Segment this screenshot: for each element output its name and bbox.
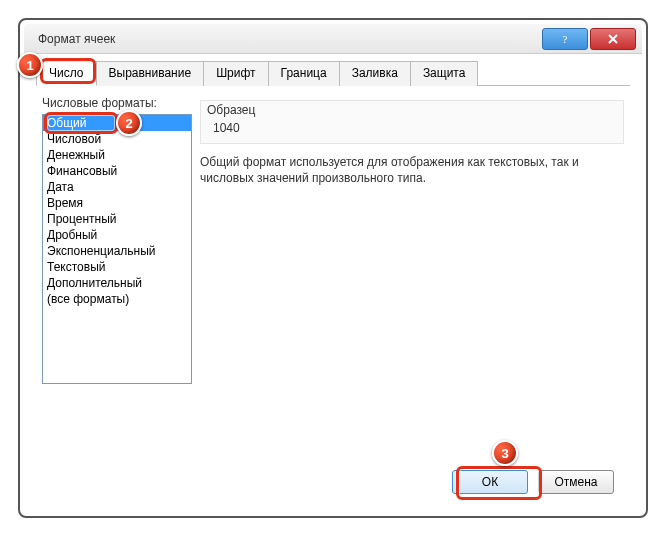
list-item[interactable]: Финансовый xyxy=(43,163,191,179)
tab-number[interactable]: Число xyxy=(36,61,97,86)
format-list-label: Числовые форматы: xyxy=(42,96,192,110)
sample-value: 1040 xyxy=(207,121,617,135)
list-item[interactable]: Дата xyxy=(43,179,191,195)
tab-border[interactable]: Граница xyxy=(268,61,340,86)
list-item[interactable]: Процентный xyxy=(43,211,191,227)
list-item[interactable]: Экспоненциальный xyxy=(43,243,191,259)
list-item[interactable]: Дополнительный xyxy=(43,275,191,291)
list-item[interactable]: Время xyxy=(43,195,191,211)
format-description: Общий формат используется для отображени… xyxy=(200,154,624,186)
help-button[interactable]: ? xyxy=(542,28,588,50)
cancel-button[interactable]: Отмена xyxy=(538,470,614,494)
tab-alignment[interactable]: Выравнивание xyxy=(96,61,205,86)
list-item[interactable]: Числовой xyxy=(43,131,191,147)
svg-text:?: ? xyxy=(563,33,568,45)
tab-fill[interactable]: Заливка xyxy=(339,61,411,86)
tab-protection[interactable]: Защита xyxy=(410,61,479,86)
callout-marker-2: 2 xyxy=(116,110,142,136)
list-item[interactable]: Дробный xyxy=(43,227,191,243)
window-title: Формат ячеек xyxy=(24,32,115,46)
sample-label: Образец xyxy=(207,103,617,117)
callout-marker-3: 3 xyxy=(492,440,518,466)
list-item[interactable]: (все форматы) xyxy=(43,291,191,307)
tab-font[interactable]: Шрифт xyxy=(203,61,268,86)
list-item[interactable]: Текстовый xyxy=(43,259,191,275)
close-button[interactable] xyxy=(590,28,636,50)
titlebar: Формат ячеек ? xyxy=(24,24,642,54)
ok-button[interactable]: ОК xyxy=(452,470,528,494)
tabstrip: Число Выравнивание Шрифт Граница Заливка… xyxy=(36,60,630,86)
sample-box: Образец 1040 xyxy=(200,100,624,144)
format-listbox[interactable]: Общий Числовой Денежный Финансовый Дата … xyxy=(42,114,192,384)
callout-marker-1: 1 xyxy=(17,52,43,78)
list-item[interactable]: Денежный xyxy=(43,147,191,163)
